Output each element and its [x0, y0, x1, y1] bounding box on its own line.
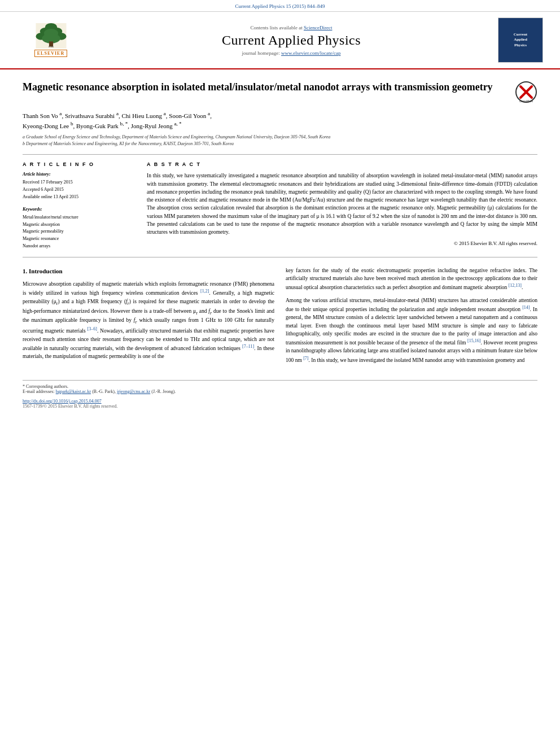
- email-1-note: (B.-G. Park),: [92, 389, 116, 394]
- email-label: E-mail addresses:: [23, 389, 55, 394]
- received-date: Received 17 February 2015: [23, 179, 135, 186]
- crossmark-icon: CrossMark: [515, 81, 537, 103]
- available-date: Available online 13 April 2015: [23, 194, 135, 201]
- keyword-1: Metal/insulator/metal structure: [23, 214, 135, 221]
- journal-citation-bar: Current Applied Physics 15 (2015) 844–84…: [0, 0, 560, 12]
- svg-text:trunk: trunk: [48, 45, 54, 48]
- elsevier-label: ELSEVIER: [34, 50, 67, 57]
- intro-para-3: Among the various artificial structures,…: [286, 296, 537, 364]
- article-info-header: A R T I C L E I N F O: [23, 161, 135, 167]
- intro-left-col: 1. Introduction Microwave absorption cap…: [23, 267, 274, 369]
- journal-citation: Current Applied Physics 15 (2015) 844–84…: [235, 3, 325, 9]
- issn-text: 1567-1739/© 2015 Elsevier B.V. All right…: [23, 404, 117, 409]
- email-1-link[interactable]: bgpark@kaist.ac.kr: [56, 389, 91, 394]
- accepted-date: Accepted 6 April 2015: [23, 186, 135, 194]
- homepage-label: journal homepage:: [242, 50, 280, 56]
- keyword-2: Magnetic absorption: [23, 221, 135, 229]
- ref-link-1-2[interactable]: [1,2]: [200, 289, 209, 294]
- article-body: Magnetic resonance absorption in isolate…: [0, 69, 560, 420]
- ref-link-7[interactable]: [7]: [303, 356, 308, 361]
- elsevier-tree-icon: trunk: [36, 23, 67, 49]
- email-2-note: (J.-R. Jeong).: [151, 389, 176, 394]
- doi-section: http://dx.doi.org/10.1016/j.cap.2015.04.…: [23, 399, 537, 404]
- authors-text: Thanh Son Vo a, Srivathsava Surabhi a, C…: [23, 112, 212, 129]
- title-section: Magnetic resonance absorption in isolate…: [23, 81, 537, 103]
- corresponding-authors-note: * Corresponding authors.: [23, 384, 537, 389]
- separator-2: [23, 257, 537, 257]
- journal-header: trunk ELSEVIER Contents lists available …: [0, 12, 560, 69]
- ref-link-7-11[interactable]: [7–11]: [242, 344, 254, 349]
- section-number: 1.: [23, 268, 27, 274]
- ref-link-12-13[interactable]: [12,13]: [509, 283, 522, 288]
- keyword-3: Magnetic permeability: [23, 228, 135, 235]
- journal-homepage-line: journal homepage: www.elsevier.com/locat…: [85, 50, 498, 56]
- article-info-column: A R T I C L E I N F O Article history: R…: [23, 161, 135, 250]
- elsevier-tree-logo: trunk: [36, 23, 67, 49]
- keywords-label: Keywords:: [23, 207, 135, 212]
- svg-text:CrossMark: CrossMark: [519, 99, 533, 103]
- ref-link-3-6[interactable]: [3–6]: [88, 326, 97, 331]
- corner-logo-line3: Physics: [514, 43, 527, 47]
- article-history-label: Article history:: [23, 172, 135, 177]
- abstract-column: A B S T R A C T In this study, we have s…: [147, 161, 537, 250]
- ref-link-15-16[interactable]: [15,16]: [467, 338, 480, 343]
- copyright-notice: © 2015 Elsevier B.V. All rights reserved…: [147, 241, 537, 246]
- journal-title-section: Contents lists available at ScienceDirec…: [85, 25, 498, 56]
- introduction-section: 1. Introduction Microwave absorption cap…: [23, 267, 537, 369]
- publisher-logo-section: trunk ELSEVIER: [17, 23, 85, 57]
- corner-logo-line1: Current: [514, 32, 527, 37]
- email-2-link[interactable]: jrjeong@cnu.ac.kr: [117, 389, 150, 394]
- abstract-header: A B S T R A C T: [147, 161, 537, 167]
- article-title: Magnetic resonance absorption in isolate…: [23, 81, 515, 94]
- section-label: Introduction: [29, 268, 63, 274]
- email-addresses: E-mail addresses: bgpark@kaist.ac.kr (B.…: [23, 389, 537, 394]
- journal-name: Current Applied Physics: [85, 33, 498, 48]
- doi-link[interactable]: http://dx.doi.org/10.1016/j.cap.2015.04.…: [23, 399, 102, 404]
- affiliation-a: a Graduate School of Energy Science and …: [23, 134, 537, 141]
- abstract-text: In this study, we have systematically in…: [147, 172, 537, 236]
- intro-para-2: key factors for the study of the exotic …: [286, 267, 537, 292]
- corner-logo-line2: Applied: [514, 37, 527, 42]
- science-direct-link[interactable]: ScienceDirect: [304, 25, 332, 30]
- authors-line: Thanh Son Vo a, Srivathsava Surabhi a, C…: [23, 110, 537, 130]
- separator-1: [23, 154, 537, 155]
- footnotes: * Corresponding authors. E-mail addresse…: [23, 380, 537, 394]
- keyword-4: Magnetic resonance: [23, 235, 135, 243]
- affiliations: a Graduate School of Energy Science and …: [23, 134, 537, 147]
- contents-label: Contents lists available at: [251, 25, 303, 30]
- keywords: Metal/insulator/metal structure Magnetic…: [23, 214, 135, 250]
- intro-para-1: Microwave absorption capability of magne…: [23, 280, 274, 360]
- intro-right-col: key factors for the study of the exotic …: [286, 267, 537, 369]
- affiliation-b: b Department of Materials Science and En…: [23, 141, 537, 147]
- homepage-url[interactable]: www.elsevier.com/locate/cap: [281, 50, 340, 56]
- info-abstract-section: A R T I C L E I N F O Article history: R…: [23, 161, 537, 250]
- ref-link-14[interactable]: [14]: [522, 305, 530, 310]
- intro-section-title: 1. Introduction: [23, 267, 274, 276]
- crossmark-logo: CrossMark: [515, 81, 537, 103]
- article-dates: Received 17 February 2015 Accepted 6 Apr…: [23, 179, 135, 200]
- issn-section: 1567-1739/© 2015 Elsevier B.V. All right…: [23, 404, 537, 409]
- contents-available-line: Contents lists available at ScienceDirec…: [85, 25, 498, 30]
- keyword-5: Nanodot arrays: [23, 243, 135, 250]
- journal-corner-logo: Current Applied Physics: [498, 18, 543, 63]
